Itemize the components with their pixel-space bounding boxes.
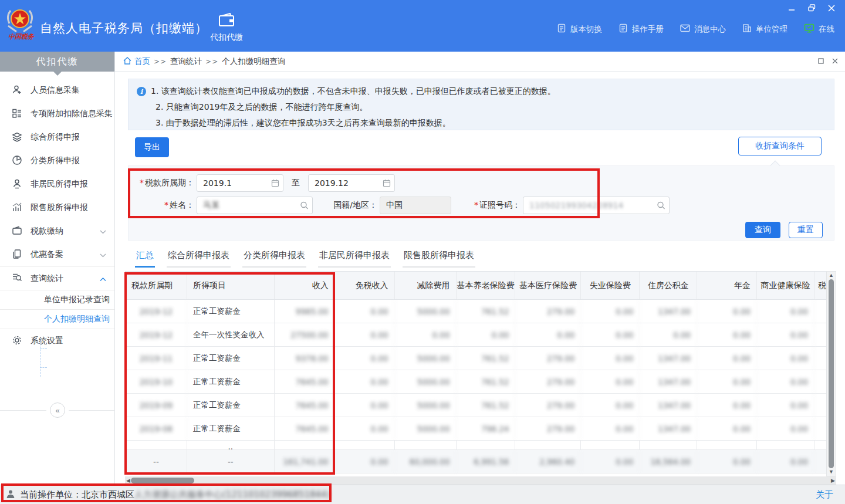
scroll-right-arrow[interactable]: ▶ [830, 478, 836, 483]
cell-income: 7645.00 [275, 394, 335, 417]
cell-taxfree: 0.00 [335, 417, 395, 440]
period-to-input[interactable]: 2019.12 [308, 174, 395, 192]
period-from-input[interactable]: 2019.1 [197, 174, 283, 192]
cell-clipped [814, 417, 826, 440]
collapse-query-button[interactable]: 收折查询条件 [738, 137, 822, 155]
sidebar-item-nonresident-income[interactable]: 非居民所得申报 [0, 172, 114, 196]
menu-label: 消息中心 [694, 24, 726, 35]
search-button[interactable]: 查询 [745, 222, 780, 238]
export-button[interactable]: 导出 [135, 137, 169, 157]
table-row[interactable]: 2019-08 正常工资薪金 7645.00 0.00 5000.00 798.… [126, 417, 826, 441]
table-row[interactable]: 2019-11 正常工资薪金 9378.00 0.00 5000.00 761.… [126, 347, 826, 370]
chevron-down-icon [100, 250, 106, 259]
id-number-input[interactable]: 110502199304228914 [523, 197, 670, 214]
table-row[interactable]: 2019-09 正常工资薪金 7645.00 0.00 5000.00 761.… [126, 394, 826, 417]
table-row[interactable]: 2019-12 正常工资薪金 9985.00 0.00 5000.00 761.… [126, 300, 826, 323]
sidebar-collapse-button[interactable]: « [50, 402, 65, 418]
cell-pension [457, 441, 516, 450]
breadcrumb-level1: 查询统计 [170, 56, 202, 67]
sidebar-item-personal-withholding-detail[interactable]: 个人扣缴明细查询 [0, 309, 114, 329]
cell-annuity: 0.00 [697, 450, 757, 473]
sidebar-header-notch [53, 71, 62, 76]
tab-restricted-stock[interactable]: 限售股所得申报表 [403, 250, 475, 268]
close-button[interactable] [824, 2, 839, 15]
menu-message-center[interactable]: 消息中心 [680, 24, 726, 35]
reset-button[interactable]: 重置 [789, 222, 823, 238]
cell-income-item: 正常工资薪金 [187, 300, 275, 323]
name-input[interactable]: 马某 [197, 197, 313, 214]
menu-label: 操作手册 [632, 24, 664, 35]
vertical-scrollbar-thumb[interactable] [829, 279, 834, 468]
column-header: 失业保险费 [581, 272, 640, 299]
horizontal-scrollbar-thumb[interactable] [131, 478, 194, 483]
menu-unit-management[interactable]: 单位管理 [742, 23, 787, 35]
pie-chart-icon [12, 155, 22, 167]
table-row-partial[interactable]: .. [126, 441, 826, 450]
sidebar-item-comprehensive-income[interactable]: 综合所得申报 [0, 126, 114, 149]
sidebar-item-personnel-info[interactable]: 人员信息采集 [0, 79, 114, 102]
submenu-tree-line [40, 338, 40, 377]
panel-close-button[interactable] [832, 57, 838, 66]
menu-label: 单位管理 [756, 24, 787, 35]
person-icon [12, 178, 22, 191]
calendar-icon [271, 179, 279, 187]
cell-taxfree: 0.00 [335, 323, 395, 346]
menu-online-status[interactable]: 在线 [804, 23, 834, 35]
operator-visible-text: 当前操作单位：北京市西城区 [20, 489, 134, 500]
sidebar-item-classified-income[interactable]: 分类所得申报 [0, 149, 114, 172]
cell-pension: 6,991.56 [457, 450, 516, 473]
sidebar-item-unit-declaration-records[interactable]: 单位申报记录查询 [0, 290, 114, 309]
breadcrumb-home-label: 首页 [134, 56, 150, 67]
menu-manual[interactable]: 操作手册 [618, 23, 664, 35]
table-row[interactable]: 2019-12 全年一次性奖金收入 27500.00 0.00 0.00 0.0… [126, 323, 826, 347]
query-panel: *税款所属期： 2019.1 至 2019.12 *姓名： 马某 国籍/地区： … [128, 165, 834, 241]
vertical-scrollbar[interactable]: ▲ ▼ [826, 271, 836, 476]
required-mark: * [474, 200, 478, 209]
module-tab-withholding[interactable]: 代扣代缴 [203, 7, 250, 48]
sidebar-item-query-statistics[interactable]: 查询统计 [0, 266, 114, 290]
cell-income-item: 正常工资薪金 [187, 370, 275, 393]
panel-restore-button[interactable] [818, 57, 824, 66]
scroll-down-arrow[interactable]: ▼ [827, 469, 835, 475]
menu-version-switch[interactable]: 版本切换 [557, 23, 602, 35]
app-window: 中国税务 自然人电子税务局（扣缴端） 代扣代缴 [0, 0, 845, 504]
period-label-text: 税款所属期： [145, 178, 194, 187]
column-header: 所得项目 [187, 272, 275, 299]
tab-comprehensive-income[interactable]: 综合所得申报表 [167, 250, 231, 268]
column-header: 免税收入 [335, 272, 395, 299]
restore-button[interactable] [804, 2, 819, 15]
tab-summary[interactable]: 汇总 [135, 250, 155, 268]
result-table: 税款所属期 所得项目 收入 免税收入 减除费用 基本养老保险费 基本医疗保险费 … [125, 271, 826, 473]
sidebar-item-restricted-stock[interactable]: 限售股所得申报 [0, 196, 114, 219]
sidebar-item-special-deduction[interactable]: 专项附加扣除信息采集 [0, 102, 114, 126]
current-operating-unit: 当前操作单位：北京市西城区人力资源公共服务中心(1211010239968518… [20, 489, 330, 500]
close-icon [828, 5, 835, 13]
sidebar-item-preferential-record[interactable]: 优惠备案 [0, 243, 114, 266]
cell-health-insurance: 0.00 [757, 323, 814, 346]
cell-pension: 761.52 [457, 394, 516, 417]
tab-classified-income[interactable]: 分类所得申报表 [242, 250, 306, 268]
breadcrumb: 首页 >> 查询统计 >> 个人扣缴明细查询 [115, 52, 845, 72]
breadcrumb-home[interactable]: 首页 [123, 56, 150, 67]
horizontal-scrollbar[interactable]: ◀ ▶ [125, 476, 836, 485]
online-monitor-icon [804, 23, 814, 35]
cell-deduction: 5000.00 [395, 347, 457, 370]
cell-income: 7645.00 [275, 417, 335, 440]
sidebar-header-label: 代扣代缴 [36, 56, 79, 68]
sidebar-item-label: 综合所得申报 [31, 132, 80, 143]
tab-nonresident-income[interactable]: 非居民所得申报表 [318, 250, 391, 268]
cell-deduction [395, 441, 457, 450]
cell-taxfree: 0.00 [335, 450, 395, 473]
restore-icon [818, 57, 824, 66]
wallet-icon [218, 13, 235, 29]
sidebar-item-tax-payment[interactable]: 税款缴纳 [0, 219, 114, 243]
sidebar-item-system-settings[interactable]: 系统设置 [0, 329, 114, 353]
breadcrumb-level2: 个人扣缴明细查询 [222, 56, 285, 67]
cell-income-item: 正常工资薪金 [187, 394, 275, 417]
table-row[interactable]: 2019-10 正常工资薪金 7645.00 0.00 5000.00 761.… [126, 370, 826, 394]
about-link[interactable]: 关于 [816, 489, 833, 500]
cell-health-insurance: 0.00 [757, 450, 814, 473]
minimize-button[interactable] [784, 2, 799, 15]
wallet-icon [12, 225, 22, 238]
scroll-up-arrow[interactable]: ▲ [827, 273, 835, 278]
